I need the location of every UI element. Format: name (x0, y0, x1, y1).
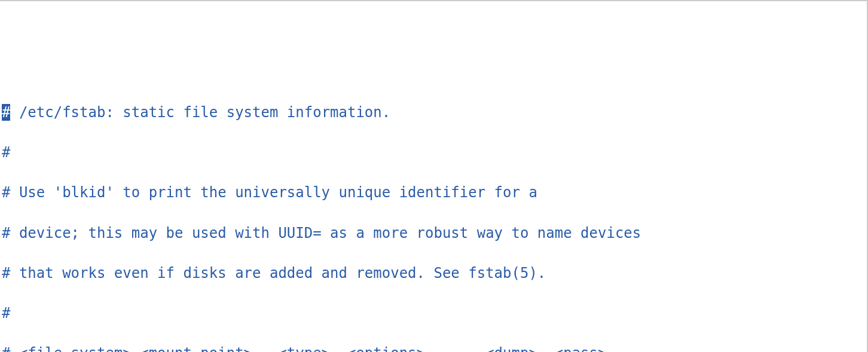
code-line: # device; this may be used with UUID= as… (2, 224, 865, 244)
code-line: # that works even if disks are added and… (2, 264, 865, 284)
code-line: # Use 'blkid' to print the universally u… (2, 183, 865, 203)
code-line: # (2, 143, 865, 163)
code-line: # <file system> <mount point> <type> <op… (2, 344, 865, 352)
text-editor-viewport[interactable]: # /etc/fstab: static file system informa… (0, 81, 867, 352)
comment-text: /etc/fstab: static file system informati… (10, 104, 390, 121)
cursor: # (2, 104, 10, 121)
code-line: # /etc/fstab: static file system informa… (2, 103, 865, 123)
code-line: # (2, 304, 865, 324)
